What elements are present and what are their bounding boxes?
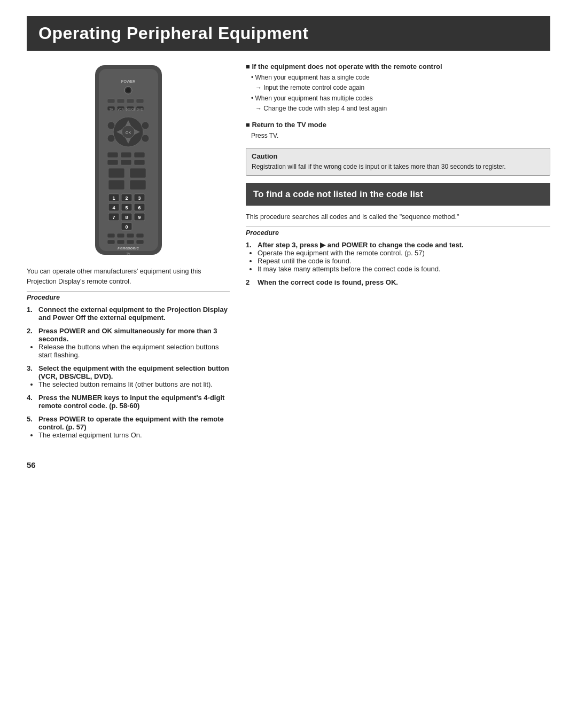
svg-rect-8 [136,99,144,103]
return-tv-section: Return to the TV mode Press TV. [246,121,550,140]
svg-rect-30 [134,152,145,158]
svg-text:DBS/CB: DBS/CB [126,108,135,111]
left-procedure-label: Procedure [27,291,230,301]
svg-rect-35 [130,168,146,178]
multiple-codes-arrow: → Change the code with step 4 and test a… [246,104,550,113]
page-title: Operating Peripheral Equipment [27,16,550,51]
svg-text:4: 4 [112,205,115,210]
svg-rect-59 [117,233,124,238]
remote-control-image: POWER TV VCR DBS/CB [27,62,230,260]
svg-rect-60 [127,233,134,238]
step-text-2: Press POWER and OK simultaneously for mo… [38,327,217,343]
svg-rect-61 [136,233,144,238]
svg-rect-34 [108,168,124,178]
svg-rect-29 [121,152,131,158]
return-tv-text: Press TV. [246,131,550,140]
left-step-1: 1. Connect the external equipment to the… [27,306,230,322]
svg-text:Panasonic: Panasonic [117,246,139,251]
svg-text:DVD: DVD [137,108,143,111]
svg-point-4 [126,88,130,92]
left-step-4: 4. Press the NUMBER keys to input the eq… [27,394,230,410]
step-content-2: Press POWER and OK simultaneously for mo… [38,327,230,359]
left-column: POWER TV VCR DBS/CB [27,62,230,444]
step-5-bullet-1: The external equipment turns On. [38,431,230,439]
svg-rect-7 [127,99,134,103]
right-step-2: 2 When the correct code is found, press … [246,278,550,286]
svg-point-27 [142,135,149,142]
svg-rect-62 [107,240,115,244]
svg-rect-63 [117,240,124,244]
svg-point-25 [142,122,149,129]
right-procedure-label: Procedure [246,226,550,237]
single-code-label: • When your equipment has a single code [246,73,550,82]
svg-rect-37 [130,180,146,190]
step-num-3: 3. [27,364,35,372]
svg-rect-32 [121,160,131,165]
step-text-4: Press the NUMBER keys to input the equip… [38,394,224,410]
left-step-2: 2. Press POWER and OK simultaneously for… [27,327,230,359]
step-content-3: Select the equipment with the equipment … [38,364,230,388]
step-content-4: Press the NUMBER keys to input the equip… [38,394,230,410]
multiple-codes-label: • When your equipment has multiple codes [246,93,550,103]
step-content-5: Press POWER to operate the equipment wit… [38,415,230,439]
page: Operating Peripheral Equipment POWER [0,0,577,728]
svg-rect-36 [108,180,124,190]
svg-text:OK: OK [125,131,130,135]
svg-text:POWER: POWER [121,80,135,83]
svg-rect-33 [134,160,145,165]
page-number: 56 [27,460,550,469]
right-column: If the equipment does not operate with t… [246,62,550,292]
single-code-arrow: → Input the remote control code again [246,83,550,92]
svg-text:6: 6 [138,205,141,210]
step-content-1: Connect the external equipment to the Pr… [38,306,230,322]
svg-point-26 [107,135,115,142]
svg-text:5: 5 [125,205,128,210]
step-num-4: 4. [27,394,35,402]
svg-text:3: 3 [138,195,141,201]
find-code-intro: This procedure searches all codes and is… [246,212,550,222]
right-step-1-bullet-2: Repeat until the code is found. [258,257,464,265]
right-step-content-1: After step 3, press ▶ and POWER to chang… [258,241,464,273]
find-code-title: To find a code not listed in the code li… [246,183,550,206]
step-text-5: Press POWER to operate the equipment wit… [38,415,224,431]
svg-text:TV: TV [109,108,113,111]
svg-rect-64 [127,240,134,244]
step-text-3: Select the equipment with the equipment … [38,364,229,380]
step-num-1: 1. [27,306,35,314]
svg-rect-31 [107,160,118,165]
svg-rect-58 [107,233,115,238]
svg-rect-28 [107,152,118,158]
svg-text:VCR: VCR [118,108,124,111]
caution-box: Caution Registration will fail if the wr… [246,148,550,176]
right-steps: 1. After step 3, press ▶ and POWER to ch… [246,241,550,286]
right-step-text-1: After step 3, press ▶ and POWER to chang… [258,241,464,249]
svg-text:8: 8 [125,215,128,220]
left-step-3: 3. Select the equipment with the equipme… [27,364,230,388]
if-not-operate-header: If the equipment does not operate with t… [246,62,550,71]
left-step-5: 5. Press POWER to operate the equipment … [27,415,230,439]
if-not-operate-section: If the equipment does not operate with t… [246,62,550,113]
svg-text:9: 9 [138,215,141,220]
return-tv-header: Return to the TV mode [246,121,550,129]
right-step-1-bullet-3: It may take many attempts before the cor… [258,265,464,273]
left-steps: 1. Connect the external equipment to the… [27,306,230,439]
svg-text:1: 1 [112,195,115,201]
svg-text:TV: TV [126,252,130,255]
right-step-num-2: 2 [246,278,254,286]
step-text-1: Connect the external equipment to the Pr… [38,306,228,322]
right-step-num-1: 1. [246,241,254,249]
right-step-1: 1. After step 3, press ▶ and POWER to ch… [246,241,550,273]
left-intro-text: You can operate other manufacturers' equ… [27,267,230,287]
step-num-5: 5. [27,415,35,423]
right-step-content-2: When the correct code is found, press OK… [258,278,398,286]
caution-title: Caution [252,152,544,160]
right-step-1-bullet-1: Operate the equipment with the remote co… [258,249,464,257]
step-2-bullet-1: Release the buttons when the equipment s… [38,343,230,359]
svg-rect-5 [107,99,115,103]
svg-point-24 [107,122,115,129]
caution-text: Registration will fail if the wrong code… [252,162,544,171]
svg-text:0: 0 [125,224,128,230]
svg-text:2: 2 [125,195,128,201]
svg-rect-6 [117,99,124,103]
svg-rect-65 [136,240,144,244]
